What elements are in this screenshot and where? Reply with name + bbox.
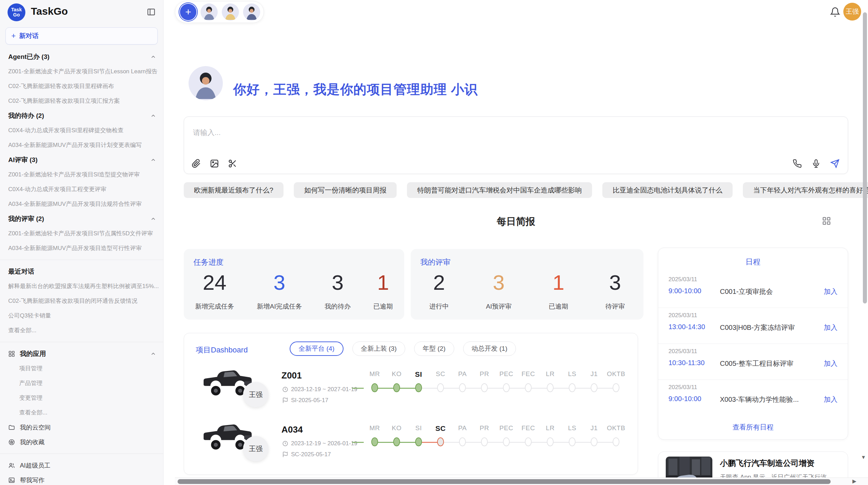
sidebar-item-help-write[interactable]: 帮我写作: [0, 473, 163, 485]
section-header-my-apps[interactable]: 我的应用: [0, 346, 163, 361]
schedule-event: 2025/03/11 10:30-11:30 C005-整车工程目标评审 加入: [658, 344, 848, 380]
view-all-schedule-link[interactable]: 查看所有日程: [658, 423, 848, 432]
join-button[interactable]: 加入: [824, 395, 837, 404]
suggestion-chip[interactable]: 特朗普可能对进口汽车增税会对中国车企造成哪些影响: [407, 182, 592, 198]
join-button[interactable]: 加入: [824, 359, 837, 368]
notification-bell-icon[interactable]: [830, 7, 840, 17]
new-chat-button[interactable]: + 新对话: [5, 27, 158, 45]
suggestion-chips: 欧洲新规最近颁布了什么? 如何写一份清晰的项目周报 特朗普可能对进口汽车增税会对…: [184, 182, 868, 198]
sidebar-item[interactable]: A034-全新新能源MUV产品开发项目造型可行性评审: [0, 241, 163, 256]
user-avatar[interactable]: 王强: [843, 3, 861, 21]
milestone-label: LS: [561, 424, 583, 433]
suggestion-chip[interactable]: 比亚迪全固态电池计划具体说了什么: [602, 182, 733, 198]
project-row[interactable]: 王强 Z001 2023-12-19 ~ 2027-01-19 SI-2025-…: [184, 363, 638, 417]
member-avatar[interactable]: [222, 3, 239, 21]
image-upload-icon[interactable]: [210, 159, 219, 168]
app-item-project-mgmt[interactable]: 项目管理: [0, 361, 163, 376]
horizontal-scrollbar-thumb[interactable]: [178, 479, 831, 484]
divider: [0, 342, 163, 342]
tab-all-new-platform[interactable]: 全新平台 (4): [290, 341, 343, 356]
chevron-up-icon: [150, 113, 156, 119]
chat-input[interactable]: [192, 127, 674, 152]
stat-label: 新增完成任务: [195, 302, 234, 311]
sidebar: TaskGo TaskGo + 新对话 Agent已办 (3) Z001-全新燃…: [0, 0, 164, 485]
chevron-up-icon: [150, 216, 156, 222]
microphone-icon[interactable]: [811, 159, 821, 168]
stat-label: 我的待办: [325, 302, 351, 311]
project-date-range: 2023-12-19 ~ 2027-01-19: [282, 386, 357, 393]
view-all-apps-link[interactable]: 查看全部...: [0, 405, 163, 420]
vertical-scrollbar-thumb[interactable]: [863, 12, 867, 303]
sidebar-item-cloud-space[interactable]: 我的云空间: [0, 420, 163, 435]
event-time: 9:00-10:00: [668, 395, 701, 403]
section-header-ai-review[interactable]: AI评审 (3): [0, 152, 163, 167]
add-member-button[interactable]: +: [180, 4, 196, 20]
sidebar-item[interactable]: Z001-全新燃油皮卡产品开发项目SI节点Lesson Learn报告: [0, 64, 163, 79]
member-avatar[interactable]: [201, 3, 218, 21]
milestone-label: SC: [430, 370, 451, 378]
tab-model-year[interactable]: 年型 (2): [414, 341, 454, 356]
project-owner-avatar: 王强: [243, 436, 268, 461]
dashboard-title: 项目Dashboard: [196, 345, 248, 355]
event-time: 13:00-14:30: [668, 323, 705, 331]
sidebar-item[interactable]: Z001-全新燃油轻卡产品开发项目SI造型提交物评审: [0, 167, 163, 182]
layout-grid-icon[interactable]: [821, 216, 832, 226]
sidebar-item[interactable]: A034-全新新能源MUV产品开发项目计划变更表编写: [0, 138, 163, 152]
app-item-product-mgmt[interactable]: 产品管理: [0, 376, 163, 390]
sidebar-item[interactable]: C0X4-动力总成开发项目SI里程碑提交物检查: [0, 123, 163, 138]
card-title: 任务进度: [193, 257, 224, 268]
tab-new-body[interactable]: 全新上装 (3): [352, 341, 406, 356]
join-button[interactable]: 加入: [824, 323, 837, 332]
view-all-chats-link[interactable]: 查看全部...: [0, 323, 163, 338]
sidebar-item[interactable]: C0X4-动力总成开发项目工程变更评审: [0, 182, 163, 197]
sidebar-item-favorites[interactable]: 我的收藏: [0, 435, 163, 449]
section-header-my-review[interactable]: 我的评审 (2): [0, 211, 163, 226]
join-button[interactable]: 加入: [824, 287, 837, 296]
send-icon[interactable]: [830, 159, 840, 168]
event-title: C005-整车工程目标评审: [720, 359, 793, 368]
flag-icon: [282, 451, 288, 458]
sidebar-item[interactable]: C02-飞腾新能源轻客改款项目里程碑画布: [0, 79, 163, 94]
stat-value: 1: [373, 270, 393, 295]
phone-call-icon[interactable]: [793, 159, 802, 168]
recent-chat-item[interactable]: 公司Q3轻卡销量: [0, 308, 163, 323]
section-header-my-todo[interactable]: 我的待办 (2): [0, 108, 163, 123]
sidebar-nav: Agent已办 (3) Z001-全新燃油皮卡产品开发项目SI节点Lesson …: [0, 49, 163, 485]
sidebar-collapse-icon[interactable]: [147, 8, 156, 16]
suggestion-chip[interactable]: 当下年轻人对汽车外观有怎样的喜好趋势: [743, 182, 868, 198]
suggestion-chip[interactable]: 欧洲新规最近颁布了什么?: [184, 182, 284, 198]
project-date-range: 2023-12-19 ~ 2026-01-19: [282, 440, 357, 447]
stat-value: 1: [549, 270, 568, 295]
star-badge-icon: [8, 439, 15, 446]
project-dashboard-card: 项目Dashboard 全新平台 (4) 全新上装 (3) 年型 (2) 动总开…: [184, 333, 638, 475]
project-row-partial: [184, 471, 638, 475]
milestone-node[interactable]: [605, 383, 627, 393]
milestone-node[interactable]: [605, 437, 627, 447]
section-header-agent-done[interactable]: Agent已办 (3): [0, 49, 163, 64]
scissors-icon[interactable]: [228, 159, 237, 168]
folder-icon: [8, 424, 15, 431]
tab-powertrain[interactable]: 动总开发 (1): [463, 341, 516, 356]
attachment-icon[interactable]: [192, 159, 201, 168]
my-review-card: 我的评审 2进行中 3AI预评审 1已逾期 3待评审: [411, 249, 643, 320]
sidebar-item[interactable]: Z001-全新燃油轻卡产品开发项目SI节点属性5D文件评审: [0, 226, 163, 241]
horizontal-scrollbar[interactable]: ▶: [175, 477, 868, 485]
milestone-label: LR: [539, 370, 561, 378]
scroll-down-arrow[interactable]: ▼: [861, 454, 866, 460]
scroll-right-arrow[interactable]: ▶: [852, 478, 856, 484]
recent-chat-item[interactable]: C02-飞腾新能源轻客改款项目的闭环通告反馈情况: [0, 294, 163, 308]
milestone-label: PR: [473, 424, 495, 433]
image-icon: [8, 477, 15, 484]
milestone-label: J1: [583, 424, 605, 433]
project-owner-avatar: 王强: [243, 382, 268, 407]
task-progress-card: 任务进度 24新增完成任务 3新增AI完成任务 3我的待办 1已逾期: [184, 249, 404, 320]
member-avatar[interactable]: [243, 3, 260, 21]
suggestion-chip[interactable]: 如何写一份清晰的项目周报: [294, 182, 397, 198]
recent-chat-item[interactable]: 解释最新出台的欧盟报废车法规再生塑料比例被调至15%...: [0, 279, 163, 294]
sidebar-item[interactable]: A034-全新新能源MUV产品开发项目法规符合性评审: [0, 197, 163, 211]
project-row[interactable]: 王强 A034 2023-12-19 ~ 2026-01-19 SC-2025-…: [184, 417, 638, 471]
app-item-change-mgmt[interactable]: 变更管理: [0, 390, 163, 405]
sidebar-item[interactable]: C02-飞腾新能源轻客改款项目立项汇报方案: [0, 94, 163, 108]
sidebar-item-ai-employee[interactable]: AI超级员工: [0, 458, 163, 473]
clock-icon: [282, 440, 288, 447]
